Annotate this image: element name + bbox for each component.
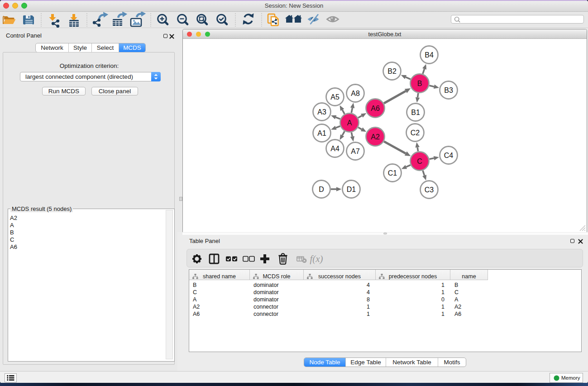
svg-text:B: B (417, 80, 422, 87)
svg-text:C3: C3 (425, 186, 434, 194)
svg-text:A: A (347, 119, 352, 127)
svg-text:C2: C2 (411, 129, 420, 137)
svg-text:A1: A1 (317, 129, 326, 137)
svg-text:A2: A2 (371, 133, 380, 141)
svg-text:A5: A5 (330, 93, 339, 101)
svg-text:C1: C1 (388, 169, 397, 177)
svg-text:A7: A7 (351, 148, 360, 155)
svg-text:f(x): f(x) (310, 253, 323, 264)
svg-text:B4: B4 (425, 51, 434, 59)
svg-text:C4: C4 (444, 152, 454, 159)
svg-text:D1: D1 (347, 186, 356, 193)
svg-text:C: C (417, 157, 422, 165)
svg-text:A4: A4 (330, 145, 339, 152)
svg-text:A6: A6 (371, 105, 380, 112)
svg-text:A8: A8 (351, 90, 360, 97)
svg-text:B3: B3 (444, 86, 453, 94)
svg-text:D: D (319, 186, 324, 193)
svg-text:B1: B1 (411, 109, 420, 116)
svg-text:A3: A3 (317, 108, 326, 116)
svg-text:B2: B2 (387, 67, 397, 75)
